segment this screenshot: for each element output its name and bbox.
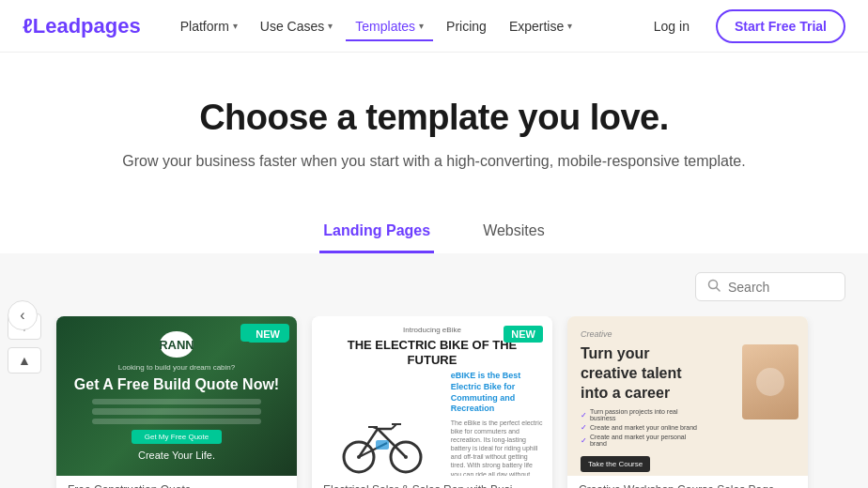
- card-label: Free Construction Quote...: [56, 476, 297, 488]
- template-cards: Call Us RANN Looking to build your dream…: [0, 316, 868, 488]
- card-photo: [742, 344, 798, 419]
- card-cta: Take the Course: [581, 456, 650, 472]
- card-logo: RANN: [160, 331, 194, 358]
- nav-auth: Log in Start Free Trial: [643, 9, 845, 43]
- svg-point-13: [404, 455, 408, 459]
- hero-title: Choose a template you love.: [23, 98, 845, 138]
- check-item: Create and market your personal brand: [581, 434, 698, 447]
- templates-chevron-icon: ▾: [419, 21, 424, 31]
- search-box: [695, 272, 845, 301]
- navbar: ℓLeadpages Platform ▾ Use Cases ▾ Templa…: [0, 0, 868, 53]
- bike-area: eBIKE is the Best Electric Bike for Comm…: [321, 371, 543, 476]
- nav-links: Platform ▾ Use Cases ▾ Templates ▾ Prici…: [171, 11, 643, 41]
- template-card: Call Us RANN Looking to build your dream…: [56, 316, 297, 488]
- svg-line-1: [717, 288, 721, 292]
- gallery-toolbar: [0, 272, 868, 316]
- card-image-3: Creative Turn your creative talent into …: [567, 316, 808, 476]
- login-button[interactable]: Log in: [643, 13, 701, 39]
- content-tabs: Landing Pages Websites: [0, 200, 868, 253]
- logo[interactable]: ℓLeadpages: [23, 14, 141, 38]
- card-image-2: Introducing eBike THE ELECTRIC BIKE OF T…: [312, 316, 552, 476]
- card-eyebrow: Looking to build your dream cabin?: [118, 363, 236, 372]
- card-headline: Get A Free Build Quote Now!: [74, 375, 279, 395]
- nav-use-cases[interactable]: Use Cases ▾: [251, 11, 342, 41]
- hero-subtitle: Grow your business faster when you start…: [23, 153, 845, 170]
- platform-chevron-icon: ▾: [233, 21, 238, 31]
- bike-illustration: [321, 405, 443, 476]
- nav-platform[interactable]: Platform ▾: [171, 11, 247, 41]
- search-input[interactable]: [728, 280, 833, 295]
- check-item: Turn passion projects into real business: [581, 408, 698, 421]
- card-label: Electrical Solar & Sales Rep with Busi..…: [312, 476, 552, 488]
- use-cases-chevron-icon: ▾: [328, 21, 333, 31]
- tab-websites[interactable]: Websites: [479, 215, 549, 253]
- gallery-section: ‹ ▼ ▲ Call Us RANN Looking to build y: [0, 253, 868, 488]
- form-field: [92, 399, 260, 404]
- nav-pricing[interactable]: Pricing: [437, 11, 496, 41]
- card-submit-button: Get My Free Quote: [132, 430, 222, 444]
- svg-point-12: [357, 455, 361, 459]
- svg-rect-14: [376, 440, 389, 450]
- card-brand: Creative: [581, 329, 795, 339]
- template-card: Introducing eBike THE ELECTRIC BIKE OF T…: [312, 316, 552, 488]
- card-label: Creative Workshop Course Sales Page...: [567, 476, 808, 488]
- card-image-1: Call Us RANN Looking to build your dream…: [56, 316, 297, 476]
- card-headline: Turn your creative talent into a career: [581, 344, 698, 403]
- filter-expand-button[interactable]: ▲: [8, 347, 41, 374]
- card-badge: NEW: [248, 326, 287, 343]
- nav-expertise[interactable]: Expertise ▾: [500, 11, 581, 41]
- card-description: eBIKE is the Best Electric Bike for Comm…: [451, 371, 543, 476]
- checklist: Turn passion projects into real business…: [581, 408, 698, 447]
- template-card: Creative Turn your creative talent into …: [567, 316, 808, 488]
- form-field: [92, 419, 260, 424]
- search-icon: [707, 279, 721, 295]
- hero-section: Choose a template you love. Grow your bu…: [0, 53, 868, 200]
- expertise-chevron-icon: ▾: [567, 21, 572, 31]
- check-item: Create and market your online brand: [581, 423, 698, 432]
- card-badge: NEW: [504, 326, 543, 343]
- card-bottom-text: Create Your Life.: [138, 450, 215, 461]
- tab-landing-pages[interactable]: Landing Pages: [319, 215, 434, 253]
- nav-templates[interactable]: Templates ▾: [346, 11, 433, 41]
- form-field: [92, 408, 260, 414]
- start-free-trial-button[interactable]: Start Free Trial: [716, 9, 845, 43]
- gallery-prev-button[interactable]: ‹: [8, 300, 38, 330]
